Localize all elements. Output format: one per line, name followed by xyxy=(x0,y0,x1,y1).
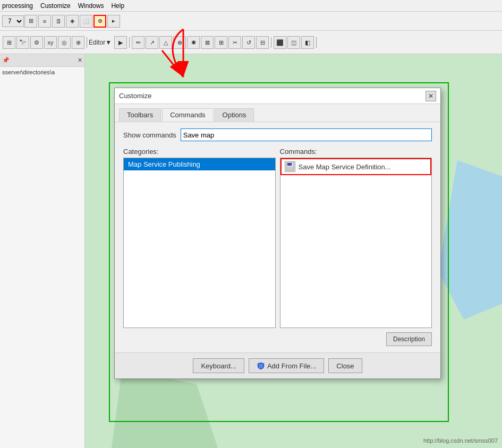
categories-list[interactable]: Map Service Publishing xyxy=(123,158,276,328)
toolbar-btn-r2-3[interactable]: ⚙ xyxy=(30,36,43,49)
command-label-save-map: Save Map Service Definition... xyxy=(299,163,391,171)
side-panel-close[interactable]: ✕ xyxy=(78,57,82,64)
description-row: Description xyxy=(123,332,432,346)
customize-dialog: Customize ✕ Toolbars Commands Options Sh… xyxy=(114,88,441,379)
tab-bar: Toolbars Commands Options xyxy=(115,104,440,122)
toolbar-area: 7 ⊞ ≡ 🗓 ◈ ⬜ ⊕ ▸ ⊞ 🔭 ⚙ xy ◎ ⊕ Editor▼ ▶ ✏… xyxy=(0,12,502,54)
categories-header: Categories: xyxy=(123,148,276,156)
dialog-content: Show commands Categories: Map Service Pu… xyxy=(115,122,440,352)
map-shape-south xyxy=(112,368,218,448)
editor-label[interactable]: Editor▼ xyxy=(89,39,112,46)
svg-rect-4 xyxy=(287,163,292,166)
show-commands-input[interactable] xyxy=(181,128,432,141)
toolbar-btn-3[interactable]: 🗓 xyxy=(52,15,65,28)
toolbar-sep-1 xyxy=(87,37,87,48)
toolbar-btn-r2-5[interactable]: ◎ xyxy=(58,36,71,49)
menu-bar: processing Customize Windows Help xyxy=(0,0,502,12)
toolbar-sep-2 xyxy=(129,37,130,48)
toolbar-sep-4 xyxy=(316,37,317,48)
description-button[interactable]: Description xyxy=(386,332,432,346)
toolbar-btn-4[interactable]: ◈ xyxy=(66,15,79,28)
toolbar-row2: ⊞ 🔭 ⚙ xy ◎ ⊕ Editor▼ ▶ ✏ ↗ △ ⊕ ✱ ⊠ ⊞ ✂ ↺… xyxy=(0,31,502,54)
command-item-save-map[interactable]: Save Map Service Definition... xyxy=(280,158,432,175)
toolbar-row1: 7 ⊞ ≡ 🗓 ◈ ⬜ ⊕ ▸ xyxy=(0,12,502,31)
dialog-close-button[interactable]: ✕ xyxy=(426,91,436,101)
tab-options[interactable]: Options xyxy=(215,108,254,122)
toolbar-btn-r2-2[interactable]: 🔭 xyxy=(16,36,29,49)
toolbar-btn-r2-1[interactable]: ⊞ xyxy=(3,36,15,49)
toolbar-btn-r2-7[interactable]: ▶ xyxy=(114,36,127,49)
toolbar-btn-r2-13[interactable]: ⊠ xyxy=(201,36,214,49)
categories-column: Categories: Map Service Publishing xyxy=(123,148,276,328)
toolbar-btn-r2-15[interactable]: ✂ xyxy=(228,36,241,49)
commands-list[interactable]: Save Map Service Definition... xyxy=(280,158,432,328)
map-shape-east xyxy=(438,160,502,320)
shield-icon xyxy=(257,361,265,370)
menu-help[interactable]: Help xyxy=(111,2,124,10)
menu-windows[interactable]: Windows xyxy=(78,2,104,10)
toolbar-dropdown[interactable]: 7 xyxy=(2,15,24,27)
toolbar-btn-r2-18[interactable]: ⬛ xyxy=(274,36,286,49)
show-commands-label: Show commands xyxy=(123,131,176,139)
add-from-file-button[interactable]: Add From File... xyxy=(249,358,324,373)
toolbar-btn-r2-14[interactable]: ⊞ xyxy=(215,36,227,49)
tab-toolbars[interactable]: Toolbars xyxy=(119,108,161,122)
show-commands-row: Show commands xyxy=(123,128,432,141)
side-panel: 📌 ✕ sserver\directories\a xyxy=(0,54,85,448)
tab-commands[interactable]: Commands xyxy=(162,108,213,122)
side-panel-pin[interactable]: 📌 xyxy=(2,57,10,64)
toolbar-btn-r2-20[interactable]: ◧ xyxy=(301,36,314,49)
dialog-title: Customize xyxy=(119,92,426,100)
side-panel-path: sserver\directories\a xyxy=(0,67,84,77)
side-panel-header: 📌 ✕ xyxy=(0,54,84,67)
toolbar-btn-2[interactable]: ≡ xyxy=(38,15,51,28)
toolbar-btn-r2-4[interactable]: xy xyxy=(44,36,57,49)
toolbar-btn-r2-19[interactable]: ◫ xyxy=(287,36,300,49)
close-button[interactable]: Close xyxy=(328,358,362,373)
two-column-layout: Categories: Map Service Publishing Comma… xyxy=(123,148,432,328)
menu-processing[interactable]: processing xyxy=(2,2,33,10)
svg-rect-5 xyxy=(287,167,293,170)
toolbar-btn-r2-9[interactable]: ↗ xyxy=(146,36,158,49)
save-map-icon xyxy=(285,161,295,172)
toolbar-btn-r2-10[interactable]: △ xyxy=(159,36,172,49)
toolbar-btn-r2-8[interactable]: ✏ xyxy=(132,36,144,49)
toolbar-btn-1[interactable]: ⊞ xyxy=(24,15,37,28)
dialog-titlebar: Customize ✕ xyxy=(115,88,440,104)
watermark: http://blog.csdn.net/smss007 xyxy=(423,437,498,444)
toolbar-btn-highlighted[interactable]: ⊕ xyxy=(93,15,106,28)
toolbar-sep-3 xyxy=(271,37,271,48)
menu-customize[interactable]: Customize xyxy=(40,2,71,10)
toolbar-btn-r2-16[interactable]: ↺ xyxy=(242,36,255,49)
commands-column: Commands: Save Map Service Definition... xyxy=(280,148,432,328)
category-item-map-service-publishing[interactable]: Map Service Publishing xyxy=(124,158,275,170)
toolbar-btn-6[interactable]: ▸ xyxy=(107,15,120,28)
toolbar-btn-r2-12[interactable]: ✱ xyxy=(187,36,200,49)
toolbar-btn-5[interactable]: ⬜ xyxy=(80,15,92,28)
add-from-file-label: Add From File... xyxy=(267,362,316,370)
keyboard-button[interactable]: Keyboard... xyxy=(193,358,244,373)
toolbar-btn-r2-11[interactable]: ⊕ xyxy=(173,36,186,49)
dialog-footer: Keyboard... Add From File... Close xyxy=(115,352,440,378)
toolbar-btn-r2-17[interactable]: ⊟ xyxy=(256,36,269,49)
commands-header: Commands: xyxy=(280,148,432,156)
toolbar-btn-r2-6[interactable]: ⊕ xyxy=(72,36,84,49)
